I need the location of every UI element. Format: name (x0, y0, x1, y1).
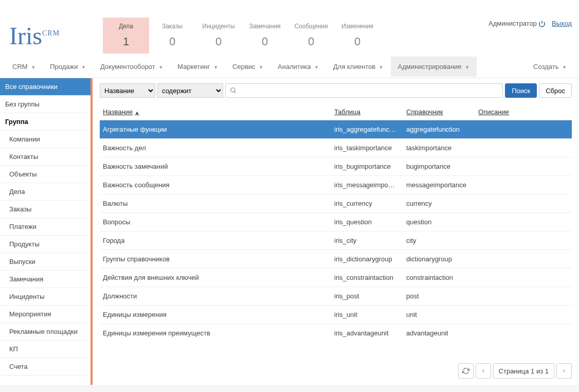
sidebar-item[interactable]: Объекты (0, 166, 91, 183)
nav-item-2[interactable]: Документооборот ▼ (93, 57, 170, 77)
sidebar-item[interactable]: Счета (0, 358, 91, 376)
cell-desc (475, 157, 572, 176)
nav-create[interactable]: Создать ▼ (526, 57, 574, 77)
table-row[interactable]: Единицы измерения преимуществiris_advant… (100, 324, 572, 339)
stat-value: 1 (103, 35, 149, 48)
search-op-select[interactable]: содержит (157, 83, 223, 98)
table-row[interactable]: Вопросыiris_questionquestion (100, 213, 572, 231)
cell-table: iris_bugimportance (331, 157, 403, 176)
logout-link[interactable]: Выход (552, 20, 572, 27)
stat-value: 0 (334, 35, 381, 48)
stat-5[interactable]: Изменения0 (334, 17, 381, 54)
sidebar-item[interactable]: Выпуски (0, 253, 91, 271)
cell-ref: advantageunit (403, 324, 475, 339)
nav-item-7[interactable]: Администрирование ▼ (391, 57, 477, 77)
caret-down-icon: ▼ (31, 65, 35, 70)
cell-name: Вопросы (100, 213, 331, 231)
cell-name: Действия для внешних ключей (100, 269, 331, 287)
sidebar-item[interactable]: Мероприятия (0, 306, 91, 323)
sidebar-item[interactable]: Инциденты (0, 288, 91, 306)
sidebar-item[interactable]: Заказы (0, 201, 91, 218)
sidebar-item[interactable]: Контакты (0, 148, 91, 166)
sidebar-item[interactable]: Продукты (0, 236, 91, 253)
sidebar-item[interactable]: КП (0, 341, 91, 358)
col-header-ref[interactable]: Справочник (403, 104, 475, 120)
nav-item-1[interactable]: Продажи ▼ (43, 57, 93, 77)
table-row[interactable]: Важность делiris_taskimportancetaskimpor… (100, 139, 572, 157)
col-header-desc[interactable]: Описание (475, 104, 572, 120)
stat-3[interactable]: Замечания0 (242, 17, 288, 54)
cell-desc (475, 213, 572, 231)
nav-item-5[interactable]: Аналитика ▼ (270, 57, 326, 77)
header: IrisCRM Дела1Заказы0Инциденты0Замечания0… (0, 0, 579, 56)
prev-page-button[interactable] (476, 363, 491, 379)
stat-2[interactable]: Инциденты0 (195, 17, 242, 54)
logo: IrisCRM (9, 22, 60, 50)
col-header-name[interactable]: Название▲ (100, 104, 331, 120)
table-row[interactable]: Городаiris_citycity (100, 231, 572, 250)
sidebar-item[interactable]: Дела (0, 183, 91, 201)
main-content: Название содержит Поиск Сброс Название▲ … (93, 78, 579, 385)
stat-0[interactable]: Дела1 (103, 17, 149, 54)
stats-bar: Дела1Заказы0Инциденты0Замечания0Сообщени… (103, 17, 381, 54)
search-field-select[interactable]: Название (100, 83, 155, 98)
cell-desc (475, 194, 572, 213)
cell-ref: messageimportance (403, 176, 475, 194)
sidebar-no-group[interactable]: Без группы (0, 96, 91, 113)
nav-item-3[interactable]: Маркетинг ▼ (170, 57, 225, 77)
table-row[interactable]: Валютыiris_currencycurrency (100, 194, 572, 213)
nav-item-6[interactable]: Для клиентов ▼ (326, 57, 391, 77)
stat-title: Дела (103, 23, 149, 30)
stat-title: Инциденты (195, 23, 242, 30)
cell-name: Важность замечаний (100, 157, 331, 176)
next-page-button[interactable] (556, 363, 572, 379)
cell-ref: aggregatefunction (403, 120, 475, 139)
logo-sup: CRM (42, 29, 60, 37)
sidebar-group[interactable]: Группа (0, 113, 91, 131)
nav-item-4[interactable]: Сервис ▼ (225, 57, 270, 77)
data-table: Название▲ Таблица Справочник Описание Аг… (100, 104, 572, 338)
table-row[interactable]: Должностиiris_postpost (100, 287, 572, 306)
caret-down-icon: ▼ (379, 65, 384, 70)
sidebar-all-refs[interactable]: Все справочники (0, 78, 91, 96)
caret-down-icon: ▼ (314, 65, 319, 70)
stat-value: 0 (242, 35, 288, 48)
caret-down-icon: ▼ (158, 65, 163, 70)
cell-ref: city (403, 231, 475, 250)
cell-name: Валюты (100, 194, 331, 213)
reset-button[interactable]: Сброс (539, 83, 572, 98)
cell-table: iris_aggregatefunc… (331, 120, 403, 139)
cell-name: Важность сообщения (100, 176, 331, 194)
stat-4[interactable]: Сообщения0 (288, 17, 334, 54)
stat-1[interactable]: Заказы0 (149, 17, 195, 54)
cell-table: iris_constraintaction (331, 269, 403, 287)
table-row[interactable]: Важность замечанийiris_bugimportancebugi… (100, 157, 572, 176)
svg-line-2 (234, 92, 236, 93)
cell-desc (475, 231, 572, 250)
stat-value: 0 (288, 35, 334, 48)
sidebar-item[interactable]: Компании (0, 131, 91, 148)
table-row[interactable]: Важность сообщенияiris_messageimpo…messa… (100, 176, 572, 194)
cell-name: Единицы измерения (100, 306, 331, 324)
caret-down-icon: ▼ (259, 65, 263, 70)
cell-table: iris_currency (331, 194, 403, 213)
sidebar-item[interactable]: Платежи (0, 218, 91, 236)
sidebar-item[interactable]: Замечания (0, 271, 91, 288)
table-row[interactable]: Агрегатные функцииiris_aggregatefunc…agg… (100, 120, 572, 139)
cell-table: iris_question (331, 213, 403, 231)
search-input[interactable] (237, 87, 498, 95)
table-row[interactable]: Единицы измеренияiris_unitunit (100, 306, 572, 324)
table-row[interactable]: Действия для внешних ключейiris_constrai… (100, 269, 572, 287)
cell-name: Агрегатные функции (100, 120, 331, 139)
table-row[interactable]: Группы справочниковiris_dictionarygroupd… (100, 250, 572, 269)
col-header-table[interactable]: Таблица (331, 104, 403, 120)
sidebar-item[interactable]: Рекламные площадки (0, 323, 91, 341)
cell-desc (475, 306, 572, 324)
refresh-button[interactable] (458, 363, 474, 379)
cell-ref: currency (403, 194, 475, 213)
search-button[interactable]: Поиск (505, 83, 537, 98)
caret-down-icon: ▼ (213, 65, 218, 70)
nav-item-0[interactable]: CRM ▼ (5, 57, 43, 77)
cell-name: Группы справочников (100, 250, 331, 269)
cell-desc (475, 139, 572, 157)
